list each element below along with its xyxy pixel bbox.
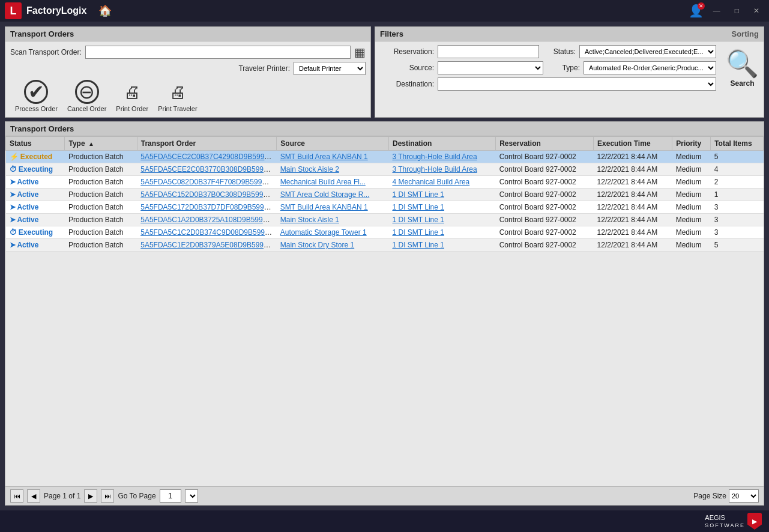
source-link[interactable]: SMT Area Cold Storage R... bbox=[280, 190, 370, 199]
table-row[interactable]: ➤ ActiveProduction Batch5A5FDA5C172D0B37… bbox=[6, 201, 764, 214]
transport-order-link[interactable]: 5A5FDA5C1A2D0B3725A108D9B599E9FC bbox=[140, 216, 277, 224]
first-page-button[interactable]: ⏮ bbox=[10, 489, 23, 503]
cell-total-items: 4 bbox=[711, 163, 764, 176]
col-header-source[interactable]: Source bbox=[277, 137, 389, 151]
source-link[interactable]: Main Stock Dry Store 1 bbox=[280, 241, 354, 249]
cell-transport-order[interactable]: 5A5FDA5C172D0B37D7DF08D9B599E9FB bbox=[137, 201, 277, 214]
status-icon: ➤ bbox=[10, 190, 16, 199]
destination-link[interactable]: 1 DI SMT Line 1 bbox=[392, 216, 444, 224]
print-order-button[interactable]: 🖨 Print Order bbox=[116, 80, 148, 112]
col-header-transport-order[interactable]: Transport Order bbox=[137, 137, 277, 151]
destination-link[interactable]: 1 DI SMT Line 1 bbox=[392, 241, 444, 249]
destination-select[interactable] bbox=[438, 77, 716, 91]
cell-type: Production Batch bbox=[65, 176, 137, 189]
table-row[interactable]: ⏱ ExecutingProduction Batch5A5FDA5C1C2D0… bbox=[6, 226, 764, 239]
table-row[interactable]: ➤ ActiveProduction Batch5A5FDA5C152D0B37… bbox=[6, 189, 764, 201]
transport-order-link[interactable]: 5A5FDA5C082D0B37F4F708D9B599DAAC bbox=[140, 178, 277, 186]
transport-order-link[interactable]: 5A5FDA5C1E2D0B379A5E08D9B599E9FC bbox=[140, 241, 277, 249]
source-link[interactable]: SMT Build Area KANBAN 1 bbox=[280, 153, 368, 161]
source-link[interactable]: SMT Build Area KANBAN 1 bbox=[280, 203, 368, 211]
transport-order-link[interactable]: 5A5FDA5C1C2D0B374C9D08D9B599E9FC bbox=[140, 228, 277, 237]
table-body: ⚡ ExecutedProduction Batch5A5FDA5CEC2C0B… bbox=[6, 151, 764, 252]
cell-transport-order[interactable]: 5A5FDA5C1C2D0B374C9D08D9B599E9FC bbox=[137, 226, 277, 239]
status-badge: ➤ Active bbox=[10, 190, 39, 199]
col-header-type[interactable]: Type ▲ bbox=[65, 137, 137, 151]
col-header-execution-time[interactable]: Execution Time bbox=[594, 137, 672, 151]
table-row[interactable]: ➤ ActiveProduction Batch5A5FDA5C082D0B37… bbox=[6, 176, 764, 189]
scan-row: Scan Transport Order: ▦ bbox=[5, 41, 370, 62]
reservation-filter-row: Reservation: Status: Active;Canceled;Del… bbox=[380, 45, 716, 58]
col-header-total-items[interactable]: Total Items bbox=[711, 137, 764, 151]
bottom-bar: AEGISSOFTWARE ▶ bbox=[0, 510, 769, 532]
goto-page-spinner[interactable]: 1 bbox=[185, 489, 198, 503]
source-select[interactable] bbox=[438, 61, 543, 74]
process-order-button[interactable]: ✔ Process Order bbox=[15, 80, 58, 112]
cell-transport-order[interactable]: 5A5FDA5C152D0B37B0C308D9B599E9FB bbox=[137, 189, 277, 201]
cancel-order-button[interactable]: ⊖ Cancel Order bbox=[67, 80, 106, 112]
destination-link[interactable]: 4 Mechanical Build Area bbox=[392, 178, 469, 186]
search-button[interactable]: 🔍 Search bbox=[726, 45, 759, 91]
prev-page-button[interactable]: ◀ bbox=[27, 489, 40, 503]
transport-order-link[interactable]: 5A5FDA5C172D0B37D7DF08D9B599E9FB bbox=[140, 203, 277, 211]
status-filter-group: Status: Active;Canceled;Delivered;Execut… bbox=[543, 45, 716, 58]
pagesize-select[interactable]: 20 bbox=[729, 489, 759, 503]
table-row[interactable]: ⏱ ExecutingProduction Batch5A5FDA5CEE2C0… bbox=[6, 163, 764, 176]
source-link[interactable]: Automatic Storage Tower 1 bbox=[280, 228, 367, 237]
scan-transport-order-input[interactable] bbox=[85, 46, 351, 59]
transport-order-link[interactable]: 5A5FDA5C152D0B37B0C308D9B599E9FB bbox=[140, 190, 277, 199]
printer-label: Traveler Printer: bbox=[238, 64, 290, 73]
source-link[interactable]: Main Stock Aisle 2 bbox=[280, 165, 339, 174]
source-link[interactable]: Main Stock Aisle 1 bbox=[280, 216, 339, 224]
status-select[interactable]: Active;Canceled;Delivered;Executed;E... bbox=[579, 45, 716, 58]
last-page-button[interactable]: ⏭ bbox=[101, 489, 114, 503]
home-icon[interactable]: 🏠 bbox=[98, 4, 112, 17]
close-button[interactable]: ✕ bbox=[749, 5, 764, 16]
col-header-reservation[interactable]: Reservation bbox=[496, 137, 594, 151]
cell-status: ⏱ Executing bbox=[6, 163, 65, 176]
source-link[interactable]: Mechanical Build Area Fl... bbox=[280, 178, 366, 186]
cell-transport-order[interactable]: 5A5FDA5C1E2D0B379A5E08D9B599E9FC bbox=[137, 239, 277, 252]
cell-priority: Medium bbox=[672, 151, 711, 163]
printer-select[interactable]: Default Printer bbox=[294, 62, 366, 75]
minimize-button[interactable]: — bbox=[708, 5, 725, 16]
col-header-priority[interactable]: Priority bbox=[672, 137, 711, 151]
cell-type: Production Batch bbox=[65, 151, 137, 163]
filters-title: Filters bbox=[380, 29, 403, 38]
barcode-icon[interactable]: ▦ bbox=[354, 45, 366, 59]
type-select[interactable]: Automated Re-Order;Generic;Produc... bbox=[584, 61, 716, 74]
transport-order-link[interactable]: 5A5FDA5CEE2C0B3770B308D9B599D66D bbox=[140, 165, 277, 174]
cell-reservation: Control Board 927-0002 bbox=[496, 239, 594, 252]
goto-page-input[interactable] bbox=[160, 489, 181, 503]
user-button[interactable]: 👤 ✕ bbox=[689, 4, 704, 18]
next-page-button[interactable]: ▶ bbox=[84, 489, 97, 503]
table-row[interactable]: ⚡ ExecutedProduction Batch5A5FDA5CEC2C0B… bbox=[6, 151, 764, 163]
maximize-button[interactable]: □ bbox=[730, 5, 744, 16]
transport-order-link[interactable]: 5A5FDA5CEC2C0B37C42908D9B599D66B bbox=[140, 153, 277, 161]
destination-link[interactable]: 1 DI SMT Line 1 bbox=[392, 203, 444, 211]
table-row[interactable]: ➤ ActiveProduction Batch5A5FDA5C1A2D0B37… bbox=[6, 214, 764, 226]
aegis-software-label: AEGISSOFTWARE bbox=[705, 514, 745, 528]
reservation-input[interactable] bbox=[438, 45, 539, 58]
process-order-icon: ✔ bbox=[24, 80, 48, 104]
col-header-destination[interactable]: Destination bbox=[388, 137, 495, 151]
cell-reservation: Control Board 927-0002 bbox=[496, 226, 594, 239]
cell-source: Main Stock Aisle 1 bbox=[277, 214, 389, 226]
app-name-part1: Factory bbox=[26, 5, 61, 16]
cell-transport-order[interactable]: 5A5FDA5CEC2C0B37C42908D9B599D66B bbox=[137, 151, 277, 163]
process-order-label: Process Order bbox=[15, 105, 58, 112]
user-notification-badge: ✕ bbox=[698, 2, 705, 10]
cell-transport-order[interactable]: 5A5FDA5C082D0B37F4F708D9B599DAAC bbox=[137, 176, 277, 189]
col-header-status[interactable]: Status bbox=[6, 137, 65, 151]
destination-link[interactable]: 1 DI SMT Line 1 bbox=[392, 190, 444, 199]
cell-transport-order[interactable]: 5A5FDA5C1A2D0B3725A108D9B599E9FC bbox=[137, 214, 277, 226]
cell-destination: 3 Through-Hole Build Area bbox=[388, 151, 495, 163]
print-traveler-button[interactable]: 🖨 Print Traveler bbox=[158, 80, 197, 112]
pagesize-label: Page Size bbox=[693, 492, 726, 500]
cell-transport-order[interactable]: 5A5FDA5CEE2C0B3770B308D9B599D66D bbox=[137, 163, 277, 176]
destination-link[interactable]: 1 DI SMT Line 1 bbox=[392, 228, 444, 237]
destination-link[interactable]: 3 Through-Hole Build Area bbox=[392, 165, 477, 174]
cell-source: Main Stock Dry Store 1 bbox=[277, 239, 389, 252]
print-order-icon: 🖨 bbox=[120, 80, 144, 104]
table-row[interactable]: ➤ ActiveProduction Batch5A5FDA5C1E2D0B37… bbox=[6, 239, 764, 252]
destination-link[interactable]: 3 Through-Hole Build Area bbox=[392, 153, 477, 161]
